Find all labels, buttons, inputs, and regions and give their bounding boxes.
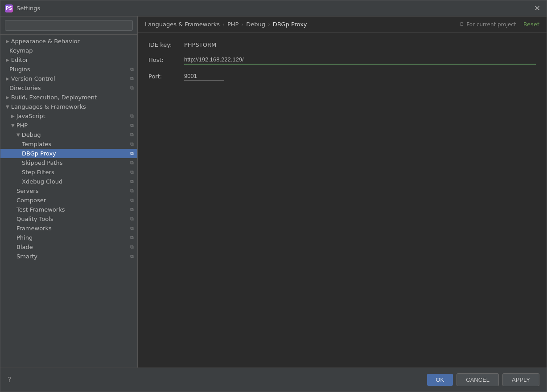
host-input[interactable] (184, 55, 536, 65)
copy-icon: ⧉ (130, 132, 134, 138)
copy-icon: ⧉ (130, 188, 134, 194)
sidebar: ▶ Appearance & Behavior Keymap ▶ Editor … (0, 16, 138, 368)
search-container (0, 16, 137, 35)
sidebar-item-plugins[interactable]: Plugins ⧉ (0, 65, 137, 74)
sidebar-item-label: Servers (16, 188, 38, 194)
sidebar-item-label: Editor (11, 57, 28, 63)
sidebar-item-build[interactable]: ▶ Build, Execution, Deployment (0, 93, 137, 102)
copy-icon: ⧉ (130, 235, 134, 241)
sidebar-item-frameworks[interactable]: Frameworks ⧉ (0, 224, 137, 233)
sidebar-item-label: Phing (16, 234, 33, 241)
sidebar-item-phing[interactable]: Phing ⧉ (0, 233, 137, 242)
host-label: Host: (148, 57, 184, 63)
sidebar-item-label: Frameworks (16, 225, 52, 232)
sidebar-item-quality-tools[interactable]: Quality Tools ⧉ (0, 214, 137, 224)
port-input[interactable] (184, 72, 224, 81)
sidebar-item-label: Keymap (9, 47, 33, 54)
project-doc-icon: 🗋 (460, 21, 465, 27)
sidebar-item-version-control[interactable]: ▶ Version Control ⧉ (0, 74, 137, 83)
ok-button[interactable]: OK (427, 374, 453, 386)
breadcrumb-debug: Debug (246, 21, 265, 28)
sidebar-item-label: Plugins (9, 66, 30, 73)
bottom-bar: ? OK CANCEL APPLY (0, 368, 547, 392)
breadcrumb-sep2: › (241, 21, 243, 28)
sidebar-item-label: Debug (22, 131, 41, 138)
sidebar-item-dbgp-proxy[interactable]: DBGp Proxy ⧉ (0, 149, 137, 158)
sidebar-item-skipped-paths[interactable]: Skipped Paths ⧉ (0, 158, 137, 167)
sidebar-item-smarty[interactable]: Smarty ⧉ (0, 252, 137, 261)
close-button[interactable]: ✕ (533, 4, 542, 12)
copy-icon: ⧉ (130, 76, 134, 82)
copy-icon: ⧉ (130, 113, 134, 119)
sidebar-item-test-frameworks[interactable]: Test Frameworks ⧉ (0, 205, 137, 214)
breadcrumb-dbgp: DBGp Proxy (273, 21, 307, 28)
arrow-icon: ▶ (6, 95, 9, 100)
copy-icon: ⧉ (130, 66, 134, 72)
port-row: Port: (148, 72, 536, 81)
copy-icon: ⧉ (130, 216, 134, 222)
sidebar-item-javascript[interactable]: ▶ JavaScript ⧉ (0, 111, 137, 121)
sidebar-item-label: Step Filters (22, 169, 54, 176)
nav-tree: ▶ Appearance & Behavior Keymap ▶ Editor … (0, 35, 137, 368)
sidebar-item-label: Appearance & Behavior (11, 38, 80, 45)
sidebar-item-servers[interactable]: Servers ⧉ (0, 186, 137, 196)
apply-button[interactable]: APPLY (502, 373, 539, 386)
form-area: IDE key: PHPSTORM Host: Port: (138, 33, 547, 368)
sidebar-item-label: Directories (9, 85, 41, 91)
sidebar-item-step-filters[interactable]: Step Filters ⧉ (0, 167, 137, 177)
copy-icon: ⧉ (130, 151, 134, 156)
arrow-icon: ▼ (11, 123, 15, 128)
arrow-icon: ▼ (16, 132, 20, 137)
sidebar-item-xdebug-cloud[interactable]: Xdebug Cloud ⧉ (0, 177, 137, 186)
window-title: Settings (16, 5, 533, 12)
copy-icon: ⧉ (130, 244, 134, 250)
breadcrumb-php: PHP (227, 21, 239, 28)
ide-key-label: IDE key: (148, 41, 184, 48)
search-input[interactable] (5, 20, 133, 31)
sidebar-item-label: JavaScript (16, 113, 45, 119)
sidebar-item-label: DBGp Proxy (22, 150, 56, 157)
sidebar-item-label: Composer (16, 197, 46, 204)
sidebar-item-label: Version Control (11, 75, 55, 82)
ide-key-row: IDE key: PHPSTORM (148, 41, 536, 48)
sidebar-item-appearance[interactable]: ▶ Appearance & Behavior (0, 37, 137, 46)
breadcrumb-sep1: › (222, 21, 225, 28)
help-button[interactable]: ? (8, 376, 12, 384)
breadcrumb-project: 🗋 For current project (460, 21, 516, 28)
sidebar-item-debug[interactable]: ▼ Debug ⧉ (0, 130, 137, 139)
app-icon: PS (5, 4, 13, 12)
sidebar-item-label: Xdebug Cloud (22, 178, 62, 185)
sidebar-item-label: Smarty (16, 253, 37, 260)
copy-icon: ⧉ (130, 141, 134, 147)
sidebar-item-templates[interactable]: Templates ⧉ (0, 139, 137, 149)
arrow-icon: ▶ (6, 76, 9, 81)
project-label: For current project (466, 21, 516, 28)
breadcrumb-languages: Languages & Frameworks (145, 21, 220, 28)
sidebar-item-composer[interactable]: Composer ⧉ (0, 196, 137, 205)
sidebar-item-blade[interactable]: Blade ⧉ (0, 242, 137, 252)
copy-icon: ⧉ (130, 85, 134, 91)
window-body: ▶ Appearance & Behavior Keymap ▶ Editor … (0, 16, 547, 368)
copy-icon: ⧉ (130, 169, 134, 175)
copy-icon: ⧉ (130, 197, 134, 203)
copy-icon: ⧉ (130, 207, 134, 212)
title-bar: PS Settings ✕ (0, 0, 547, 16)
sidebar-item-editor[interactable]: ▶ Editor (0, 55, 137, 65)
sidebar-item-directories[interactable]: Directories ⧉ (0, 83, 137, 93)
sidebar-item-php[interactable]: ▼ PHP ⧉ (0, 121, 137, 130)
reset-button[interactable]: Reset (523, 21, 539, 28)
sidebar-item-label: PHP (16, 122, 28, 129)
arrow-icon: ▶ (11, 114, 15, 118)
sidebar-item-label: Templates (22, 141, 51, 147)
copy-icon: ⧉ (130, 253, 134, 259)
sidebar-item-label: Languages & Frameworks (11, 103, 86, 110)
sidebar-item-languages[interactable]: ▼ Languages & Frameworks (0, 102, 137, 111)
sidebar-item-label: Quality Tools (16, 216, 53, 222)
arrow-icon: ▶ (6, 39, 9, 44)
copy-icon: ⧉ (130, 179, 134, 184)
arrow-icon: ▶ (6, 57, 9, 62)
settings-window: PS Settings ✕ ▶ Appearance & Behavior Ke… (0, 0, 547, 392)
cancel-button[interactable]: CANCEL (457, 373, 499, 386)
sidebar-item-keymap[interactable]: Keymap (0, 46, 137, 55)
copy-icon: ⧉ (130, 160, 134, 166)
